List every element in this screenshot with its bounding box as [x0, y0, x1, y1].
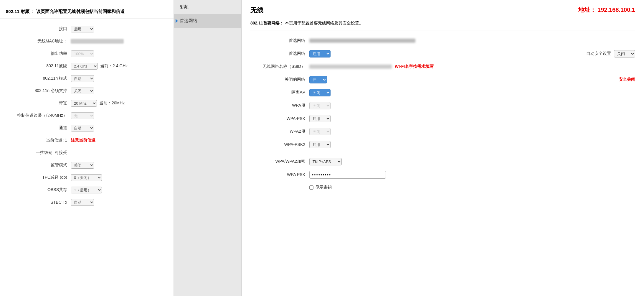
value-preferred-ssid: [309, 39, 635, 43]
select-ctrl-sideband[interactable]: 无: [71, 112, 94, 119]
nav-item-preferred[interactable]: 首选网络: [174, 14, 241, 28]
value-band[interactable]: 2.4 Ghz5 Ghz 当前：2.4 GHz: [71, 63, 168, 70]
label-wpa-psk2: WPA-PSK2: [250, 142, 309, 147]
label-hidden-network: 关闭的网络: [250, 77, 309, 82]
ssid-input-blurred: [309, 65, 392, 69]
ssid-blurred: [309, 39, 415, 43]
row-encryption: WPA/WPA2加密 TKIP+AESTKIPAES: [250, 157, 635, 166]
value-11n-mode[interactable]: 自动开启关闭: [71, 75, 168, 82]
select-stbc[interactable]: 自动开启关闭: [71, 199, 94, 206]
row-stbc: STBC Tx 自动开启关闭: [6, 198, 168, 206]
checkbox-show-key[interactable]: [309, 185, 313, 190]
row-ssid: 无线网络名称（SSID） WI-FI名字按需求填写: [250, 62, 635, 71]
row-channel: 通道 自动123: [6, 124, 168, 132]
label-wpa-psk: WPA-PSK: [250, 116, 309, 121]
row-bandwidth: 带宽 20 Mhz40 Mhz 当前：20MHz: [6, 99, 168, 107]
row-power: 输出功率 100%: [6, 50, 168, 58]
value-11n-required[interactable]: 关闭开启: [71, 88, 168, 94]
select-preferred-enable[interactable]: 启用关闭: [309, 50, 331, 57]
value-wpa[interactable]: 关闭: [309, 102, 635, 109]
ip-display: 地址： 192.168.100.1: [578, 6, 635, 14]
select-obss[interactable]: 1（启用）0（关闭）: [71, 187, 102, 193]
select-wpa-psk[interactable]: 启用关闭: [309, 115, 331, 122]
label-regulatory: 监管模式: [6, 162, 71, 168]
mac-blurred: [71, 39, 124, 44]
page-title: 802.11 射频 ： 该页面允许配置无线射频包括当前国家和信道: [6, 9, 168, 14]
select-channel[interactable]: 自动123: [71, 125, 94, 131]
value-regulatory[interactable]: 关闭开启: [71, 162, 168, 169]
value-hidden-network[interactable]: 开关 安全关闭: [309, 76, 635, 83]
nav-item-radio[interactable]: 射频: [174, 0, 241, 14]
value-stbc[interactable]: 自动开启关闭: [71, 199, 168, 206]
value-preferred-enable[interactable]: 启用关闭 自动安全设置 关闭开启: [309, 50, 635, 57]
row-interface: 接口 启用关闭: [6, 25, 168, 33]
row-wpa-psk2: WPA-PSK2 启用关闭: [250, 140, 635, 149]
value-show-key[interactable]: 显示密钥: [309, 185, 635, 190]
value-ssid: WI-FI名字按需求填写: [309, 64, 635, 69]
select-auto-security[interactable]: 关闭开启: [614, 50, 635, 57]
select-wpa-psk2[interactable]: 启用关闭: [309, 141, 331, 148]
label-preferred-ssid: 首选网络: [250, 38, 309, 43]
label-auto-security: 自动安全设置: [586, 51, 611, 56]
row-wpa: WPA项 关闭: [250, 101, 635, 110]
label-ctrl-sideband: 控制信道边带（仅40MHz）: [6, 113, 71, 118]
label-tpc: TPC减轻 (db): [6, 175, 71, 180]
value-wpa2[interactable]: 关闭: [309, 128, 635, 135]
label-11n-required: 802.11n 必须支持: [6, 88, 71, 93]
label-bandwidth: 带宽: [6, 101, 71, 106]
select-hidden-network[interactable]: 开关: [309, 76, 327, 83]
ssid-note: WI-FI名字按需求填写: [395, 64, 434, 69]
select-interface[interactable]: 启用关闭: [71, 26, 94, 32]
label-show-key: 显示密钥: [315, 185, 332, 190]
label-preferred-enable: 首选网络: [250, 51, 309, 56]
row-tpc: TPC减轻 (db) 0（关闭）12: [6, 173, 168, 182]
select-band[interactable]: 2.4 Ghz5 Ghz: [71, 63, 98, 70]
right-header: 无线 地址： 192.168.100.1: [250, 6, 635, 18]
select-wpa2[interactable]: 关闭: [309, 128, 331, 135]
select-power[interactable]: 100%: [71, 50, 94, 57]
select-ap-isolation[interactable]: 关闭开启: [309, 89, 331, 96]
row-interference: 干扰级别: 可接受: [6, 149, 168, 157]
row-show-key: 显示密钥: [250, 183, 635, 192]
label-obss: OBSS共存: [6, 187, 71, 193]
value-wpa-psk-field[interactable]: [309, 171, 635, 179]
select-encryption[interactable]: TKIP+AESTKIPAES: [309, 158, 342, 165]
channel-note: 注意当前信道: [71, 138, 95, 143]
input-wpa-psk[interactable]: [309, 171, 386, 179]
row-11n-required: 802.11n 必须支持 关闭开启: [6, 87, 168, 95]
select-regulatory[interactable]: 关闭开启: [71, 162, 94, 169]
row-preferred-ssid-blur: 首选网络: [250, 36, 635, 45]
row-ap-isolation: 隔离AP 关闭开启: [250, 88, 635, 97]
select-tpc[interactable]: 0（关闭）12: [71, 174, 102, 181]
label-interference: 干扰级别: 可接受: [6, 150, 71, 155]
nav-panel: 射频 首选网络: [174, 0, 242, 296]
select-11n-required[interactable]: 关闭开启: [71, 88, 94, 94]
select-bandwidth[interactable]: 20 Mhz40 Mhz: [71, 100, 97, 107]
row-11n-mode: 802.11n 模式 自动开启关闭: [6, 74, 168, 83]
value-bandwidth[interactable]: 20 Mhz40 Mhz 当前：20MHz: [71, 100, 168, 107]
value-interface[interactable]: 启用关闭: [71, 26, 168, 32]
value-ctrl-sideband[interactable]: 无: [71, 112, 168, 119]
value-obss[interactable]: 1（启用）0（关闭）: [71, 187, 168, 193]
select-11n-mode[interactable]: 自动开启关闭: [71, 75, 94, 82]
row-current-channel: 当前信道: 1 注意当前信道: [6, 136, 168, 144]
row-preferred-enable: 首选网络 启用关闭 自动安全设置 关闭开启: [250, 49, 635, 58]
left-form: 接口 启用关闭 无线MAC地址： 输出功率 100%: [0, 25, 174, 206]
row-wpa-psk-value: WPA PSK: [250, 170, 635, 179]
value-wpa-psk[interactable]: 启用关闭: [309, 115, 635, 122]
page-header: 802.11 射频 ： 该页面允许配置无线射频包括当前国家和信道: [0, 6, 174, 19]
select-wpa[interactable]: 关闭: [309, 102, 331, 109]
row-ctrl-sideband: 控制信道边带（仅40MHz） 无: [6, 111, 168, 120]
value-channel[interactable]: 自动123: [71, 125, 168, 131]
row-mac: 无线MAC地址：: [6, 37, 168, 45]
value-encryption[interactable]: TKIP+AESTKIPAES: [309, 158, 635, 165]
value-mac: [71, 39, 168, 44]
security-closed-note: 安全关闭: [619, 77, 635, 82]
value-power[interactable]: 100%: [71, 50, 168, 57]
value-ap-isolation[interactable]: 关闭开启: [309, 89, 635, 96]
row-regulatory: 监管模式 关闭开启: [6, 161, 168, 169]
value-current-channel: 注意当前信道: [71, 138, 168, 143]
row-wpa2: WPA2项 关闭: [250, 127, 635, 136]
value-wpa-psk2[interactable]: 启用关闭: [309, 141, 635, 148]
value-tpc[interactable]: 0（关闭）12: [71, 174, 168, 181]
